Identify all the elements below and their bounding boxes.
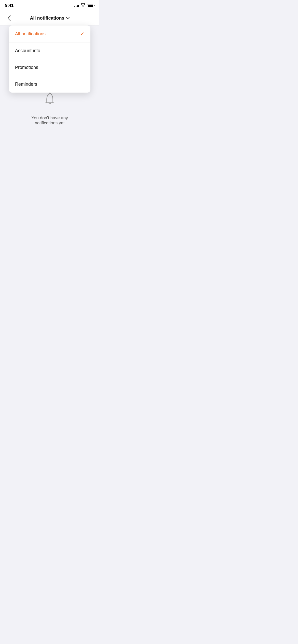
- dropdown-item-label: Promotions: [15, 65, 38, 70]
- dropdown-item-label: Account info: [15, 48, 40, 53]
- dropdown-item-label: All notifications: [15, 31, 46, 37]
- empty-state-message: You don't have any notifications yet: [25, 115, 75, 126]
- dropdown-item-label: Reminders: [15, 82, 37, 87]
- dropdown-menu: All notifications ✓ Account info Promoti…: [9, 25, 90, 93]
- dropdown-item-account-info[interactable]: Account info: [9, 42, 90, 59]
- status-icons: [74, 3, 94, 8]
- status-time: 9:41: [5, 3, 13, 8]
- status-bar: 9:41: [0, 0, 99, 11]
- check-icon: ✓: [80, 31, 84, 37]
- dropdown-item-promotions[interactable]: Promotions: [9, 59, 90, 76]
- header: All notifications: [0, 11, 99, 25]
- dropdown-item-all-notifications[interactable]: All notifications ✓: [9, 25, 90, 42]
- wifi-icon: [81, 3, 85, 8]
- empty-state: You don't have any notifications yet: [25, 89, 75, 126]
- notification-filter-dropdown[interactable]: All notifications: [30, 16, 70, 21]
- header-title: All notifications: [30, 16, 64, 21]
- dropdown-item-reminders[interactable]: Reminders: [9, 76, 90, 93]
- chevron-down-icon: [66, 17, 70, 19]
- signal-icon: [74, 4, 79, 7]
- back-button[interactable]: [4, 13, 14, 23]
- battery-icon: [87, 4, 94, 7]
